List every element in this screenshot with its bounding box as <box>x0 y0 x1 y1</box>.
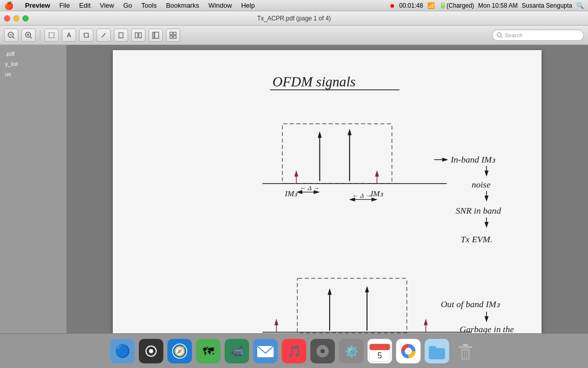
pdf-page: OFDM signals <box>113 50 542 333</box>
svg-rect-18 <box>170 32 173 35</box>
svg-point-22 <box>497 33 501 37</box>
svg-text:← Δ →: ← Δ → <box>352 192 372 199</box>
menubar: 🍎 Preview File Edit View Go Tools Bookma… <box>0 0 588 11</box>
dock-dvdplayer[interactable] <box>309 338 336 364</box>
svg-text:📹: 📹 <box>230 344 244 358</box>
main-area: .pdf y_list us OFDM signals <box>0 45 588 333</box>
text-tool-button[interactable]: A <box>62 29 76 42</box>
sidebar-item-us[interactable]: us <box>2 70 64 79</box>
svg-rect-58 <box>297 279 407 333</box>
svg-text:IM₃: IM₃ <box>284 189 298 198</box>
svg-rect-26 <box>282 124 392 183</box>
document-area[interactable]: OFDM signals <box>66 45 588 333</box>
crop-tool-button[interactable] <box>79 29 93 42</box>
menu-tools[interactable]: Tools <box>137 1 161 10</box>
zoom-in-button[interactable] <box>21 29 36 42</box>
dock-mail[interactable] <box>252 338 279 364</box>
svg-text:SNR in band: SNR in band <box>456 205 501 216</box>
menu-view[interactable]: View <box>96 1 118 10</box>
toolbar-separator-1 <box>40 30 40 40</box>
menu-edit[interactable]: Edit <box>75 1 94 10</box>
menu-bookmarks[interactable]: Bookmarks <box>162 1 203 10</box>
view-strip-button[interactable] <box>149 29 163 42</box>
svg-rect-8 <box>84 33 88 37</box>
dock-chrome[interactable] <box>395 338 422 364</box>
svg-rect-19 <box>174 32 176 35</box>
diagram-svg: OFDM signals <box>123 60 531 333</box>
dock-folder[interactable] <box>424 338 450 364</box>
dock-itunes[interactable]: 🎵 <box>281 338 307 364</box>
svg-text:In-band IM₃: In-band IM₃ <box>450 154 496 165</box>
menu-file[interactable]: File <box>55 1 74 10</box>
timer-display: 00:01:48 <box>399 2 423 9</box>
svg-marker-50 <box>484 171 488 177</box>
svg-text:🎵: 🎵 <box>287 344 302 358</box>
svg-text:← Δ →: ← Δ → <box>336 332 356 333</box>
dock-maps[interactable]: 🗺 <box>195 338 222 364</box>
svg-marker-56 <box>484 222 488 228</box>
dock-system-prefs[interactable]: ⚙️ <box>338 338 364 364</box>
svg-rect-7 <box>49 33 54 38</box>
toolbar: A Search <box>0 26 588 45</box>
svg-rect-14 <box>135 33 138 38</box>
titlebar: Tx_ACPR.pdf (page 1 of 4) <box>0 11 588 26</box>
zoom-button[interactable] <box>22 15 29 21</box>
svg-marker-62 <box>365 286 369 292</box>
menu-preview[interactable]: Preview <box>21 1 54 10</box>
apple-menu[interactable]: 🍎 <box>4 1 14 10</box>
traffic-lights <box>4 15 29 21</box>
svg-rect-117 <box>458 346 473 348</box>
page-content: OFDM signals <box>123 60 531 333</box>
window-title: Tx_ACPR.pdf (page 1 of 4) <box>257 15 331 22</box>
menu-help[interactable]: Help <box>237 1 259 10</box>
battery-status: 🔋(Charged) <box>439 2 474 9</box>
minimize-button[interactable] <box>13 15 19 21</box>
svg-text:5: 5 <box>378 351 382 360</box>
dock-finder[interactable]: 🔵 <box>109 338 136 364</box>
svg-rect-16 <box>153 32 154 38</box>
svg-marker-53 <box>484 196 488 202</box>
select-tool-button[interactable] <box>44 29 59 42</box>
sidebar-item-ylist[interactable]: y_list <box>2 59 64 68</box>
dock-launchpad[interactable] <box>138 338 164 364</box>
svg-rect-109 <box>370 344 390 350</box>
view-single-button[interactable] <box>114 29 128 42</box>
dock-calendar[interactable]: 5 <box>366 338 393 364</box>
svg-rect-17 <box>155 32 159 38</box>
svg-rect-21 <box>174 36 176 38</box>
svg-text:OFDM signals: OFDM signals <box>273 74 356 89</box>
zoom-out-button[interactable] <box>4 29 18 42</box>
svg-marker-12 <box>104 33 106 34</box>
view-grid-button[interactable] <box>166 29 180 42</box>
close-button[interactable] <box>4 15 10 21</box>
sidebar-item-pdf[interactable]: .pdf <box>2 49 64 58</box>
svg-text:IM₃: IM₃ <box>370 189 383 198</box>
svg-marker-44 <box>372 198 378 202</box>
svg-marker-30 <box>348 129 352 135</box>
wifi-icon: 📶 <box>427 2 435 9</box>
svg-marker-67 <box>424 319 428 326</box>
svg-line-6 <box>30 37 32 38</box>
dock-trash[interactable] <box>452 338 479 364</box>
sidebar: .pdf y_list us <box>0 45 66 333</box>
dock-facetime[interactable]: 📹 <box>224 338 250 364</box>
annotate-button[interactable] <box>96 29 111 42</box>
svg-text:Garbage in the: Garbage in the <box>460 324 514 333</box>
dock-safari[interactable]: 🧭 <box>166 338 193 364</box>
menu-go[interactable]: Go <box>119 1 136 10</box>
search-icon[interactable]: 🔍 <box>576 2 584 9</box>
svg-line-23 <box>501 36 502 38</box>
recording-indicator: ⏺ <box>389 3 395 9</box>
svg-text:Tx  EVM.: Tx EVM. <box>460 234 492 244</box>
menu-window[interactable]: Window <box>204 1 236 10</box>
clock: Mon 10:58 AM <box>478 2 518 9</box>
menubar-right: ⏺ 00:01:48 📶 🔋(Charged) Mon 10:58 AM Sus… <box>389 2 584 9</box>
svg-rect-15 <box>139 33 141 38</box>
svg-marker-65 <box>275 319 279 326</box>
svg-rect-13 <box>119 33 123 38</box>
username: Susanta Sengupta <box>522 2 572 9</box>
view-two-button[interactable] <box>131 29 145 42</box>
svg-marker-47 <box>442 157 448 162</box>
search-box[interactable]: Search <box>492 30 584 41</box>
svg-text:noise: noise <box>472 179 491 190</box>
